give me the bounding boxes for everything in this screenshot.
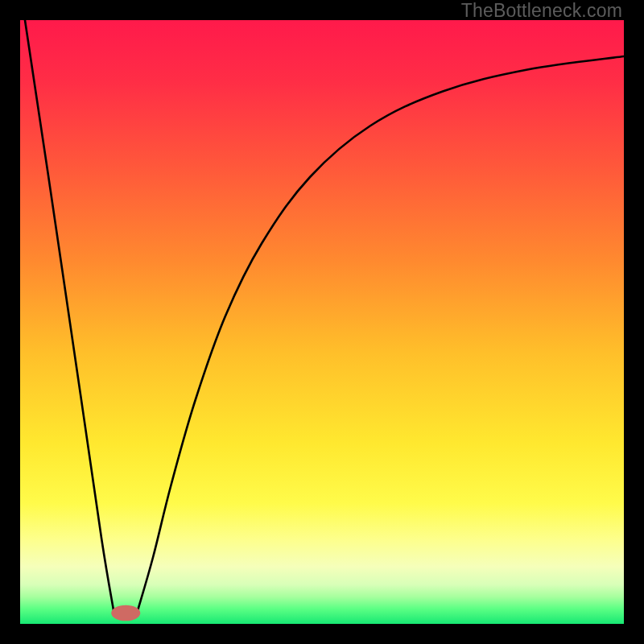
curve-right-branch <box>138 56 624 610</box>
curve-left-branch <box>25 20 114 611</box>
watermark-text: TheBottleneck.com <box>461 0 622 22</box>
chart-frame: TheBottleneck.com <box>0 0 644 644</box>
bottleneck-marker <box>111 605 140 621</box>
plot-area <box>20 20 624 624</box>
curve-layer <box>20 20 624 624</box>
